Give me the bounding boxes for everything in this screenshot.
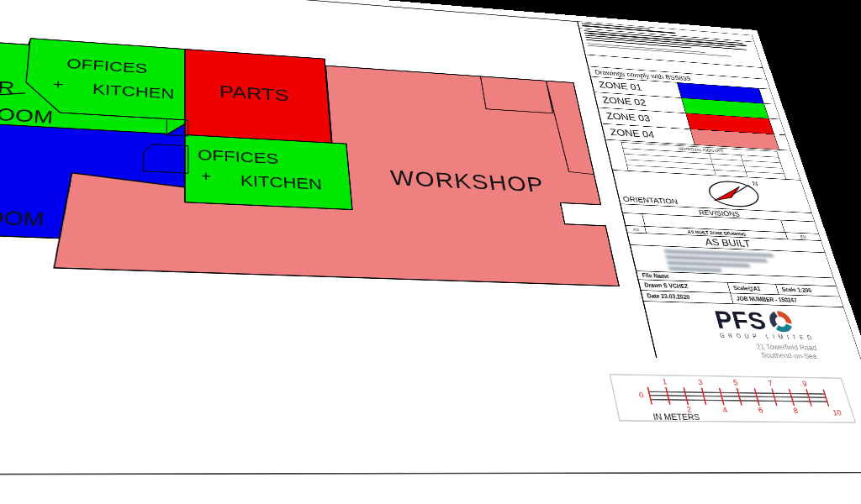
scale-sheet-cell: Scale@A1 [727, 283, 779, 295]
north-label: N [752, 180, 758, 187]
scale-num-4: 4 [721, 405, 728, 414]
scale-num-7: 7 [767, 378, 774, 387]
company-logo-block: PFS GROUP LIMITED 21 Towerfield Road Sou… [644, 302, 861, 362]
drawing-sheet: R WROOM OFFICES + KITCHEN PARTS OFFICES … [0, 0, 861, 504]
scale-num-0: 0 [638, 390, 645, 399]
redacted-text-line [668, 266, 722, 272]
revisions-divider [781, 220, 785, 232]
company-address: 21 Towerfield Road Southend-on-Sea Essex… [721, 342, 858, 361]
compass-icon: N [684, 175, 783, 212]
revisions-divider [642, 214, 645, 226]
zone-legend: ZONE 01 ZONE 02 ZONE 03 ZONE 04 [591, 76, 790, 150]
scale-num-8: 8 [792, 406, 800, 415]
scale-bar-caption: IN METERS [652, 412, 701, 422]
scale-num-6: 6 [757, 405, 764, 414]
as-built-label: AS BUILT [704, 236, 752, 249]
scale-num-1: 1 [661, 376, 668, 386]
scale-num-3: 3 [697, 377, 704, 386]
offices-b-plus: + [201, 168, 212, 185]
pfs-swirl-logo-icon [765, 309, 797, 333]
scale-num-5: 5 [732, 378, 739, 387]
photographed-drawing-stage: R WROOM OFFICES + KITCHEN PARTS OFFICES … [0, 0, 861, 504]
revision-id: A0 [626, 226, 647, 234]
showroom-bottom-label-2: ROOM [0, 204, 45, 230]
company-logo-line: PFS [712, 307, 853, 335]
company-name: PFS [712, 307, 769, 333]
scale-bar: 0 1 2 3 4 5 6 7 8 9 10 IN METERS [610, 375, 855, 423]
scale-num-9: 9 [801, 379, 809, 388]
scale-num-10: 10 [832, 407, 843, 417]
file-name-label: File Name [642, 272, 670, 279]
showroom-top-label-1: R [0, 76, 16, 97]
offices-a-plus: + [52, 76, 64, 92]
